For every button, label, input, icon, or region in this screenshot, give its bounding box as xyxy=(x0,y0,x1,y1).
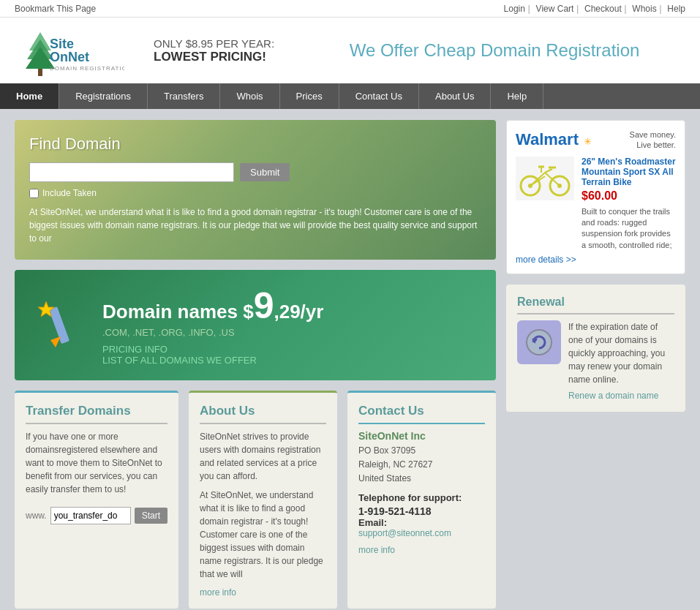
logo: Site OnNet DOMAIN REGISTRATION xyxy=(15,25,124,76)
contact-addr2: Raleigh, NC 27627 xyxy=(358,459,432,470)
walmart-logo: Walmart ✳ xyxy=(516,130,592,149)
find-domain-box: Find Domain Submit Include Taken At Site… xyxy=(15,120,496,260)
about-body: At SiteOnNet, we understand what it is l… xyxy=(200,489,326,581)
domain-promo-tlds: .COM, .NET, .ORG, .INFO, .US xyxy=(102,327,323,338)
contact-phone-number: 1-919-521-4118 xyxy=(358,505,485,517)
about-card: About Us SiteOnNet strives to provide us… xyxy=(189,391,337,609)
include-taken-row: Include Taken xyxy=(29,188,481,198)
www-label: www. xyxy=(26,511,47,521)
promo-line2: LOWEST PRICING! xyxy=(154,50,274,64)
find-domain-title: Find Domain xyxy=(29,135,481,154)
nav-transfers[interactable]: Transfers xyxy=(148,83,220,109)
domain-submit-button[interactable]: Submit xyxy=(240,163,290,181)
promo-icon xyxy=(29,293,88,358)
walmart-spark-icon: ✳ xyxy=(584,136,592,147)
bike-image xyxy=(516,157,574,200)
renewal-icon xyxy=(517,320,561,364)
walmart-tagline2: Live better. xyxy=(636,140,676,149)
left-column: Find Domain Submit Include Taken At Site… xyxy=(15,120,496,609)
contact-more-link[interactable]: more info xyxy=(358,545,395,555)
ad-product-info: 26" Men's Roadmaster Mountain Sport SX A… xyxy=(582,157,676,252)
renewal-title: Renewal xyxy=(517,295,674,315)
ad-description: Built to conquer the trails and roads: r… xyxy=(582,206,676,252)
promo-line1: ONLY $8.95 PER YEAR: xyxy=(154,37,274,50)
whois-link[interactable]: Whois xyxy=(632,4,656,14)
domain-promo-price: 9 xyxy=(254,285,274,326)
viewcart-link[interactable]: View Cart xyxy=(536,4,574,14)
about-more-link[interactable]: more info xyxy=(200,587,236,598)
transfer-start-button[interactable]: Start xyxy=(135,508,168,524)
walmart-name: Walmart xyxy=(516,130,579,148)
ad-box: Walmart ✳ Save money. Live better. xyxy=(506,120,685,274)
login-link[interactable]: Login xyxy=(504,4,525,14)
bottom-grid: Transfer Domains If you have one or more… xyxy=(15,391,496,609)
ad-product-name: 26" Men's Roadmaster Mountain Sport SX A… xyxy=(582,157,676,187)
nav-contact-us[interactable]: Contact Us xyxy=(339,83,419,109)
contact-title: Contact Us xyxy=(358,404,485,424)
svg-text:Site: Site xyxy=(50,37,74,51)
walmart-tagline: Save money. Live better. xyxy=(630,129,676,151)
pricing-info-link[interactable]: PRICING INFO xyxy=(102,344,323,355)
contact-addr3: United States xyxy=(358,473,411,483)
domain-promo-title: Domain names $9,29/yr xyxy=(102,285,323,327)
top-bar: Bookmark This Page Login | View Cart | C… xyxy=(0,0,700,18)
nav-help[interactable]: Help xyxy=(491,83,543,109)
contact-email-link[interactable]: support@siteonnet.com xyxy=(358,528,485,538)
bookmark-section: Bookmark This Page xyxy=(15,3,96,14)
contact-address: PO Box 37095 Raleigh, NC 27627 United St… xyxy=(358,444,485,486)
ad-more-link[interactable]: more details >> xyxy=(516,255,676,265)
domain-promo-box: Domain names $9,29/yr .COM, .NET, .ORG, … xyxy=(15,270,496,380)
svg-marker-8 xyxy=(50,336,61,347)
renewal-box: Renewal If the expiration date of one of… xyxy=(506,285,685,412)
transfer-input-row: www. Start xyxy=(26,507,168,524)
transfer-title: Transfer Domains xyxy=(26,404,168,424)
ad-price: $60.00 xyxy=(582,189,676,203)
contact-addr1: PO Box 37095 xyxy=(358,445,415,456)
bookmark-link[interactable]: Bookmark This Page xyxy=(15,4,96,14)
include-taken-label: Include Taken xyxy=(42,188,97,198)
include-taken-checkbox[interactable] xyxy=(29,189,39,198)
svg-line-15 xyxy=(545,173,560,186)
checkout-link[interactable]: Checkout xyxy=(584,4,622,14)
contact-company: SiteOnNet Inc xyxy=(358,430,485,442)
transfer-domain-input[interactable] xyxy=(50,507,131,524)
renewal-content: If the expiration date of one of your do… xyxy=(517,320,674,401)
transfer-card: Transfer Domains If you have one or more… xyxy=(15,391,178,609)
contact-phone-label: Telephone for support: xyxy=(358,492,485,503)
header: Site OnNet DOMAIN REGISTRATION ONLY $8.9… xyxy=(0,18,700,83)
contact-card: Contact Us SiteOnNet Inc PO Box 37095 Ra… xyxy=(347,391,496,609)
transfer-description: If you have one or more domainsregistere… xyxy=(26,430,168,496)
tagline: We Offer Cheap Domain Registration xyxy=(304,40,685,61)
promo-text: ONLY $8.95 PER YEAR: LOWEST PRICING! xyxy=(139,30,289,72)
contact-email-label: Email: xyxy=(358,517,485,528)
main-nav: Home Registrations Transfers Whois Price… xyxy=(0,83,700,109)
nav-about-us[interactable]: About Us xyxy=(419,83,491,109)
walmart-header: Walmart ✳ Save money. Live better. xyxy=(516,129,676,151)
domain-promo-content: Domain names $9,29/yr .COM, .NET, .ORG, … xyxy=(102,285,323,366)
svg-text:OnNet: OnNet xyxy=(50,50,89,64)
nav-registrations[interactable]: Registrations xyxy=(59,83,148,109)
find-domain-form: Submit xyxy=(29,162,481,182)
nav-home[interactable]: Home xyxy=(0,83,59,109)
svg-rect-3 xyxy=(38,69,42,76)
renewal-text-block: If the expiration date of one of your do… xyxy=(568,320,674,401)
nav-prices[interactable]: Prices xyxy=(280,83,339,109)
nav-whois[interactable]: Whois xyxy=(220,83,279,109)
domain-search-input[interactable] xyxy=(29,162,234,182)
renewal-description: If the expiration date of one of your do… xyxy=(568,320,674,386)
about-title: About Us xyxy=(200,404,326,424)
about-highlight: SiteOnNet strives to provide users with … xyxy=(200,430,326,483)
walmart-tagline1: Save money. xyxy=(630,130,676,139)
list-domains-link[interactable]: LIST OF ALL DOMAINS WE OFFER xyxy=(102,355,323,366)
user-links: Login | View Cart | Checkout | Whois | H… xyxy=(501,3,685,14)
svg-point-21 xyxy=(527,330,552,355)
svg-text:DOMAIN REGISTRATION: DOMAIN REGISTRATION xyxy=(50,65,124,72)
content-grid: Find Domain Submit Include Taken At Site… xyxy=(15,120,685,609)
ad-product-row: 26" Men's Roadmaster Mountain Sport SX A… xyxy=(516,157,676,252)
help-link[interactable]: Help xyxy=(667,4,685,14)
renewal-link[interactable]: Renew a domain name xyxy=(568,391,674,401)
main-content: Find Domain Submit Include Taken At Site… xyxy=(0,109,700,610)
svg-line-17 xyxy=(545,169,552,173)
domain-promo-suffix: ,29/yr xyxy=(274,301,323,323)
right-column: Walmart ✳ Save money. Live better. xyxy=(506,120,685,609)
